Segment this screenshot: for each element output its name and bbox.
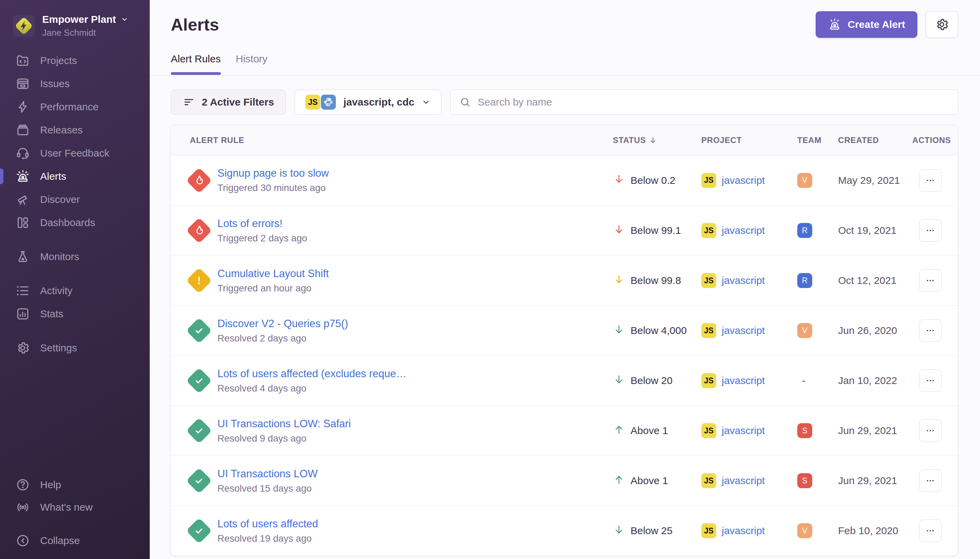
sidebar-footer: HelpWhat's newCollapse (0, 473, 150, 552)
row-actions-button[interactable] (919, 219, 942, 242)
alert-rule-cell: Discover V2 - Queries p75()Resolved 2 da… (170, 318, 613, 344)
sidebar-item-label: Alerts (40, 170, 66, 182)
sidebar-item-user-feedback[interactable]: User Feedback (0, 142, 150, 165)
team-badge[interactable]: R (797, 273, 812, 288)
sidebar-group: ActivityStats (0, 279, 150, 326)
team-badge[interactable]: S (797, 473, 812, 488)
column-created: CREATED (838, 136, 912, 145)
tab-label: Alert Rules (171, 53, 221, 64)
alert-rule-detail: Resolved 19 days ago (218, 533, 318, 544)
status-arrow-up-icon (613, 423, 625, 438)
status-arrow-down-icon (613, 374, 625, 388)
row-actions-button[interactable] (919, 269, 942, 292)
row-created: Feb 10, 2020 (838, 525, 912, 536)
sidebar-item-help[interactable]: Help (0, 473, 150, 496)
row-actions-button[interactable] (919, 169, 942, 192)
row-actions-button[interactable] (919, 470, 942, 492)
sidebar-nav: ProjectsIssuesPerformanceReleasesUser Fe… (0, 49, 150, 359)
row-created: Jun 29, 2021 (838, 475, 912, 486)
sidebar-item-activity[interactable]: Activity (0, 279, 150, 302)
project-filter-dropdown[interactable]: JS javascript, cdc (295, 89, 441, 115)
sidebar-item-label: Performance (40, 101, 99, 113)
alert-rule-cell: Lots of users affectedResolved 19 days a… (170, 518, 613, 544)
row-actions-button[interactable] (919, 519, 942, 542)
sidebar-item-releases[interactable]: Releases (0, 119, 150, 142)
project-link[interactable]: javascript (722, 425, 765, 437)
list-icon (16, 284, 30, 298)
sidebar-item-monitors[interactable]: Monitors (0, 245, 150, 268)
headset-icon (16, 146, 30, 160)
sidebar-item-performance[interactable]: Performance (0, 95, 150, 119)
project-cell: JSjavascript (701, 423, 797, 438)
row-actions-button[interactable] (919, 319, 942, 342)
sidebar-item-alerts[interactable]: Alerts (0, 165, 150, 188)
team-badge[interactable]: V (797, 323, 812, 338)
sidebar-item-label: Issues (40, 78, 70, 89)
column-team: TEAM (797, 136, 838, 145)
team-badge[interactable]: R (797, 223, 812, 238)
alert-rule-link[interactable]: Cumulative Layout Shift (218, 268, 329, 280)
sidebar-item-settings[interactable]: Settings (0, 336, 150, 359)
search-input[interactable] (477, 96, 949, 108)
create-alert-button[interactable]: Create Alert (816, 11, 917, 38)
actions-cell (912, 169, 958, 192)
gear-icon (935, 17, 949, 31)
team-badge[interactable]: V (797, 523, 812, 538)
sidebar-item-stats[interactable]: Stats (0, 302, 150, 326)
alert-rule-detail: Triggered 2 days ago (218, 233, 307, 244)
sidebar-item-label: Discover (40, 194, 80, 205)
sidebar-item-discover[interactable]: Discover (0, 188, 150, 211)
issues-icon (16, 77, 30, 91)
project-link[interactable]: javascript (722, 225, 765, 236)
sidebar-item-projects[interactable]: Projects (0, 49, 150, 72)
active-filters-button[interactable]: 2 Active Filters (171, 89, 286, 115)
status-arrow-down-icon (613, 524, 625, 538)
project-link[interactable]: javascript (722, 275, 765, 286)
project-link[interactable]: javascript (722, 525, 765, 536)
broadcast-icon (16, 500, 30, 514)
alert-rule-link[interactable]: Lots of users affected (218, 518, 318, 530)
status-arrow-down-icon (613, 173, 625, 188)
alert-rule-link[interactable]: Discover V2 - Queries p75() (218, 318, 348, 330)
javascript-platform-icon: JS (701, 273, 716, 288)
status-label: Above 1 (630, 475, 668, 486)
team-empty: - (797, 375, 805, 386)
sidebar-item-dashboards[interactable]: Dashboards (0, 211, 150, 234)
column-status[interactable]: STATUS (613, 136, 701, 145)
team-cell: R (797, 223, 838, 238)
project-cell: JSjavascript (701, 223, 797, 238)
column-project: PROJECT (701, 136, 797, 145)
team-badge[interactable]: S (797, 423, 812, 438)
sidebar-item-collapse[interactable]: Collapse (0, 529, 150, 552)
project-link[interactable]: javascript (722, 375, 765, 386)
project-link[interactable]: javascript (722, 175, 765, 186)
alert-rule-link[interactable]: Signup page is too slow (218, 167, 329, 179)
table-body: Signup page is too slowTriggered 30 minu… (170, 155, 958, 556)
sidebar-item-issues[interactable]: Issues (0, 72, 150, 95)
alert-rule-link[interactable]: UI Transactions LOW: Safari (218, 418, 351, 430)
project-link[interactable]: javascript (722, 475, 765, 486)
sidebar: Empower Plant Jane Schmidt ProjectsIssue… (0, 0, 150, 559)
alert-status-resolved-icon (186, 418, 212, 443)
project-link[interactable]: javascript (722, 325, 765, 336)
sidebar-group: Collapse (0, 529, 150, 552)
alert-rule-link[interactable]: UI Transactions LOW (218, 468, 318, 480)
alert-rule-link[interactable]: Lots of errors! (218, 218, 307, 230)
alert-rule-detail: Triggered 30 minutes ago (218, 182, 329, 194)
sidebar-item-label: Stats (40, 308, 63, 320)
alert-rule-link[interactable]: Lots of users affected (excludes reque… (218, 368, 407, 380)
tab-alert-rules[interactable]: Alert Rules (171, 53, 221, 75)
row-actions-button[interactable] (919, 419, 942, 442)
org-meta: Empower Plant Jane Schmidt (42, 13, 129, 38)
alert-status-critical-icon (186, 218, 212, 243)
sidebar-item-label: Releases (40, 124, 82, 136)
tab-history[interactable]: History (236, 53, 267, 75)
org-switcher[interactable]: Empower Plant Jane Schmidt (13, 13, 129, 38)
project-cell: JSjavascript (701, 323, 797, 338)
team-badge[interactable]: V (797, 173, 812, 188)
flame-icon (192, 224, 206, 237)
sidebar-item-what-s-new[interactable]: What's new (0, 496, 150, 518)
row-actions-button[interactable] (919, 369, 942, 392)
alert-settings-button[interactable] (926, 11, 958, 38)
sort-down-icon (648, 136, 657, 145)
